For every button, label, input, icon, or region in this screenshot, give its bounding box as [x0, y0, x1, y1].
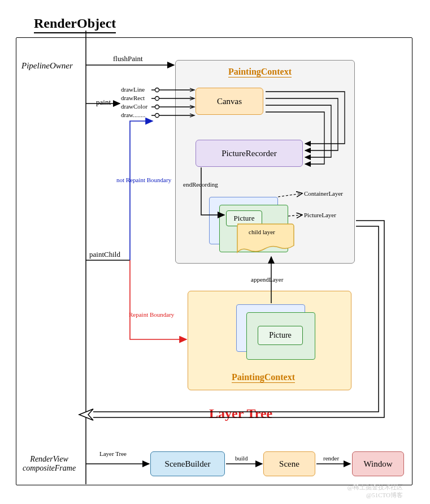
paint-label: paint — [96, 98, 111, 107]
picture-recorder-box: PictureRecorder — [196, 140, 303, 167]
picture-2-label: Picture — [269, 331, 292, 340]
scene-box: Scene — [263, 451, 315, 476]
paintchild-label: paintChild — [89, 250, 120, 259]
canvas-box: Canvas — [196, 88, 263, 115]
drawrect-label: drawRect — [121, 94, 145, 101]
watermark-1: @稀土掘金技术社区 — [348, 483, 403, 492]
drawline-label: drawLine — [121, 86, 145, 93]
scene-builder-box: SceneBuilder — [150, 451, 225, 476]
layer-tree-big-label: Layer Tree — [209, 406, 272, 421]
title: RenderObject — [34, 16, 116, 33]
window-label: Window — [363, 459, 392, 469]
picture-layer-label: PictureLayer — [304, 212, 336, 218]
flushpaint-label: flushPaint — [113, 54, 143, 63]
painting-context-1-label: PaintingContext — [228, 67, 292, 77]
repaint-label: Repaint Boundary — [129, 311, 174, 318]
watermark-2: @51CTO博客 — [366, 491, 403, 499]
child-layer-label: child layer — [249, 229, 275, 235]
pipeline-owner-label: PipelineOwner — [21, 61, 73, 71]
canvas-label: Canvas — [217, 97, 242, 106]
layer-tree-small-label: Layer Tree — [99, 450, 127, 457]
child-layer-card — [235, 222, 297, 258]
container-layer-label: ContainerLayer — [304, 190, 343, 197]
drawcolor-label: drawColor — [121, 103, 147, 110]
build-label: build — [235, 455, 248, 462]
picture-2-box: Picture — [258, 326, 303, 345]
renderview-composite-label: RenderView compositeFrame — [23, 455, 76, 473]
append-layer-label: appendLayer — [251, 276, 283, 283]
window-box: Window — [352, 451, 404, 476]
painting-context-2-label: PaintingContext — [232, 372, 295, 383]
picture-recorder-label: PictureRecorder — [221, 149, 276, 158]
drawdots-label: draw........ — [121, 111, 145, 118]
not-repaint-label: not Repaint Boundary — [116, 176, 171, 183]
render-label: render — [323, 455, 339, 462]
end-recording-label: endRecording — [183, 181, 218, 188]
scene-builder-label: SceneBuilder — [165, 459, 211, 469]
scene-label: Scene — [279, 459, 299, 469]
